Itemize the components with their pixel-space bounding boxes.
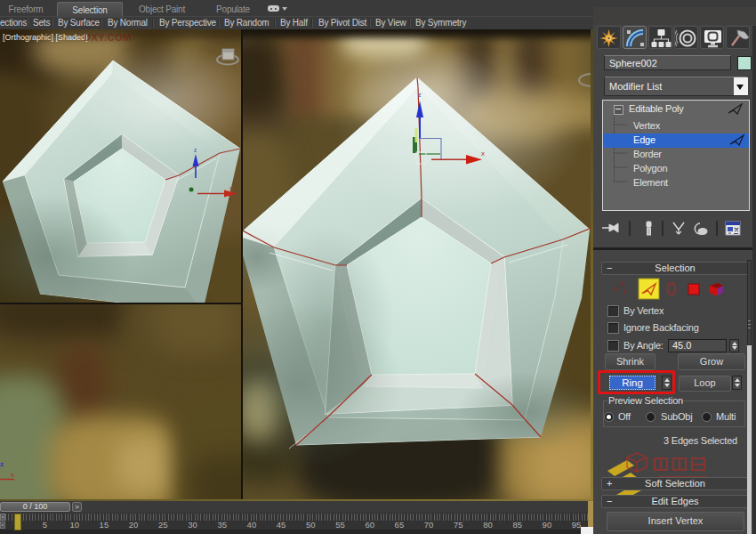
svg-text:z: z [0,460,4,468]
svg-text:x: x [11,471,14,479]
svg-text:x: x [481,150,485,158]
svg-text:z: z [194,147,197,153]
svg-text:x: x [229,185,233,191]
svg-text:z: z [418,92,422,98]
